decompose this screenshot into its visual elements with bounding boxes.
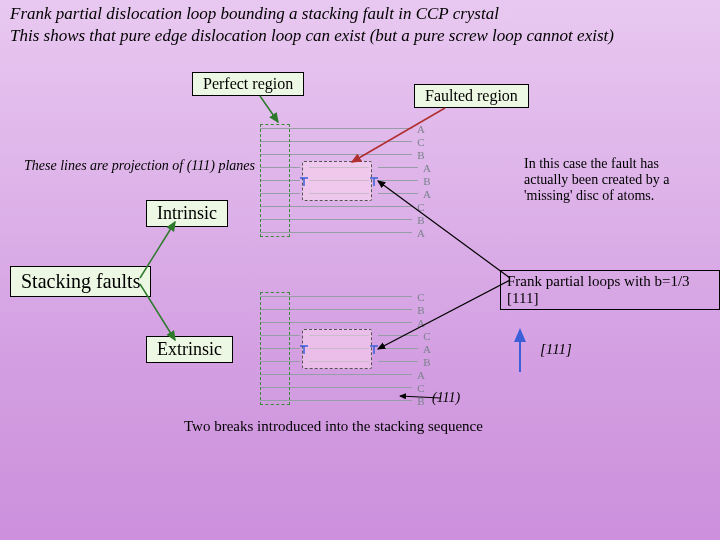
faulted-region-label: Faulted region: [414, 84, 529, 108]
stack-label: C: [415, 382, 427, 394]
fault-note: In this case the fault has actually been…: [524, 156, 694, 204]
stack-label: B: [421, 356, 433, 368]
stack-label: B: [415, 214, 427, 226]
intrinsic-perfect-outline: [260, 124, 290, 237]
extrinsic-label: Extrinsic: [146, 336, 233, 363]
title-line-1: Frank partial dislocation loop bounding …: [10, 4, 499, 24]
svg-line-0: [260, 96, 278, 122]
stack-label: A: [415, 227, 427, 239]
stack-label: A: [421, 188, 433, 200]
title-line-2: This shows that pure edge dislocation lo…: [10, 26, 614, 46]
extrinsic-perfect-outline: [260, 292, 290, 405]
stack-label: C: [415, 291, 427, 303]
extrinsic-fault-outline: [302, 329, 372, 369]
intrinsic-fault-outline: [302, 161, 372, 201]
stack-label: A: [421, 343, 433, 355]
stack-label: B: [415, 304, 427, 316]
stack-label: A: [415, 369, 427, 381]
stack-label: C: [421, 330, 433, 342]
stack-label: B: [415, 149, 427, 161]
stack-label: A: [415, 317, 427, 329]
stack-label: C: [415, 136, 427, 148]
stack-label: B: [421, 175, 433, 187]
perfect-region-label: Perfect region: [192, 72, 304, 96]
stack-label: B: [415, 395, 427, 407]
stack-label: A: [421, 162, 433, 174]
direction-111: [111]: [540, 341, 572, 358]
plane-111: (111): [432, 390, 460, 406]
two-breaks-note: Two breaks introduced into the stacking …: [184, 418, 483, 435]
stacking-faults-label: Stacking faults: [10, 266, 151, 297]
frank-loop-label: Frank partial loops with b=1/3 [111]: [500, 270, 720, 310]
projection-note: These lines are projection of (111) plan…: [24, 158, 255, 174]
intrinsic-label: Intrinsic: [146, 200, 228, 227]
stack-label: C: [415, 201, 427, 213]
stack-label: A: [415, 123, 427, 135]
